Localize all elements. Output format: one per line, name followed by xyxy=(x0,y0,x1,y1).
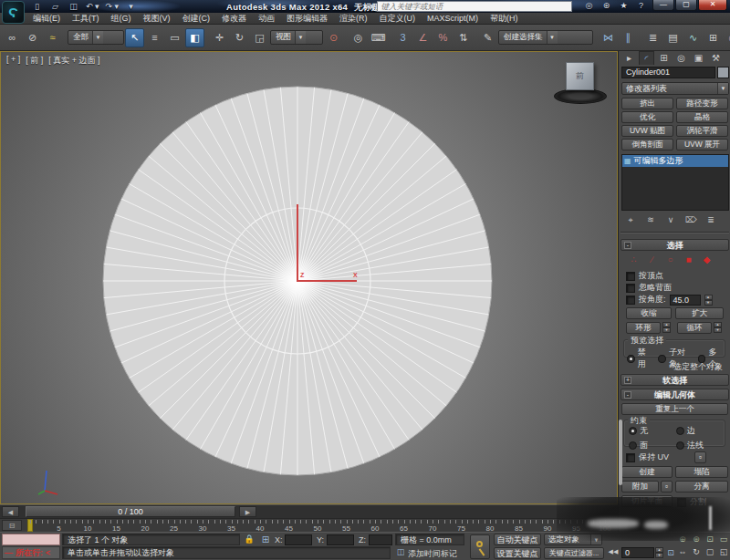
go-to-start-button[interactable]: ◀◀ xyxy=(607,548,620,555)
subscription-center-icon[interactable]: ⊛ xyxy=(601,1,611,10)
constraint-option-2[interactable]: 面 xyxy=(629,440,674,451)
select-object-button[interactable]: ↖ xyxy=(125,28,144,47)
preview-selection-radio-0[interactable] xyxy=(627,355,635,363)
menu-item-4[interactable]: 创建(C) xyxy=(182,13,211,25)
grow-button[interactable]: 扩大 xyxy=(675,307,724,319)
search-expand-icon[interactable]: ▶ xyxy=(370,3,375,10)
maximize-viewport-toggle[interactable]: ◱ xyxy=(717,546,730,558)
zoom-region-button[interactable]: ▭ xyxy=(717,534,730,545)
tab-modify[interactable]: ◜ xyxy=(639,51,654,65)
open-file-button[interactable]: ▱ xyxy=(49,1,61,12)
viewport-menu-shading[interactable]: [ 真实 + 边面 ] xyxy=(48,55,99,67)
slice-plane-button[interactable]: 切片平面 xyxy=(621,495,673,507)
set-key-button[interactable]: 设置关键点 xyxy=(494,547,541,559)
repeat-last-button[interactable]: 重复上一个 xyxy=(621,403,728,415)
tab-hierarchy[interactable]: ⊞ xyxy=(656,51,672,65)
selection-lock-toggle[interactable]: 🔒 xyxy=(243,534,256,544)
material-editor-button[interactable]: ◉ xyxy=(724,28,730,47)
graphite-ribbon-toggle[interactable]: ▤ xyxy=(663,28,683,47)
menu-item-11[interactable]: 帮助(H) xyxy=(490,13,518,25)
toggle-set-key-mode-button[interactable] xyxy=(470,534,490,559)
window-crossing-toggle[interactable]: ◧ xyxy=(185,28,204,47)
panel-scrollbar-thumb[interactable] xyxy=(619,420,622,485)
select-by-name-button[interactable]: ≡ xyxy=(145,28,164,47)
preserve-uv-checkbox[interactable] xyxy=(626,453,635,462)
edit-named-selection-sets-button[interactable]: ✎ xyxy=(478,28,497,47)
reference-coordinate-dropdown[interactable]: 视图▼ xyxy=(270,30,323,45)
rollout-edit-geometry-header[interactable]: - 编辑几何体 xyxy=(620,389,729,400)
detach-button[interactable]: 分离 xyxy=(675,481,728,493)
curve-editor-button[interactable]: ∿ xyxy=(683,28,703,47)
constraint-option-3[interactable]: 法线 xyxy=(676,440,722,451)
preview-selection-option-0[interactable]: 禁用 xyxy=(627,347,653,370)
modifier-button-7[interactable]: UVW 展开 xyxy=(676,139,728,150)
loop-button[interactable]: 循环 xyxy=(677,322,712,334)
previous-frame-button[interactable]: ◀ xyxy=(2,506,19,517)
polygon-subobject-button[interactable]: ■ xyxy=(682,254,695,266)
menu-item-1[interactable]: 工具(T) xyxy=(72,13,99,25)
vertex-subobject-button[interactable]: ∴ xyxy=(627,254,641,266)
keyboard-override-toggle[interactable]: ⌨ xyxy=(369,28,388,47)
search-input[interactable] xyxy=(378,2,571,11)
tab-motion[interactable]: ◎ xyxy=(673,51,689,65)
constraint-radio-3[interactable] xyxy=(676,441,684,450)
border-subobject-button[interactable]: ○ xyxy=(663,254,677,266)
object-name-field[interactable]: Cylinder001 xyxy=(621,67,715,78)
field-of-view-button[interactable]: ▢ xyxy=(704,546,716,558)
shrink-button[interactable]: 收缩 xyxy=(626,307,672,319)
macro-recorder-pane[interactable] xyxy=(2,534,60,545)
viewport-menu-plus[interactable]: [ + ] xyxy=(6,55,20,67)
select-and-move-button[interactable]: ✛ xyxy=(210,28,229,47)
mini-curve-editor-button[interactable]: ⊟ xyxy=(2,520,22,531)
modifier-button-1[interactable]: 路径变形 xyxy=(676,98,728,109)
add-time-tag-button[interactable]: 添加时间标记 xyxy=(408,548,457,560)
viewport-front[interactable]: [ + ] [ 前 ] [ 真实 + 边面 ] Z X 前 xyxy=(0,51,618,504)
track-bar[interactable]: ⊟ 51015202530354045505560657075808590951… xyxy=(0,518,618,532)
search-icon[interactable]: ◎ xyxy=(584,1,594,10)
modifier-button-3[interactable]: 晶格 xyxy=(676,111,728,123)
select-and-scale-button[interactable]: ◲ xyxy=(250,28,269,47)
spinner-snap-toggle[interactable]: ⇅ xyxy=(454,28,473,47)
collapse-button[interactable]: 塌陷 xyxy=(675,466,728,478)
constraint-option-1[interactable]: 边 xyxy=(676,425,722,437)
minimize-button[interactable]: — xyxy=(652,0,674,11)
create-button[interactable]: 创建 xyxy=(621,466,673,478)
menu-item-10[interactable]: MAXScript(M) xyxy=(427,14,478,23)
help-icon[interactable]: ? xyxy=(636,1,646,10)
attach-list-button[interactable]: ▫ xyxy=(661,481,673,493)
app-logo-icon[interactable]: Ϛ xyxy=(2,1,25,24)
zoom-all-button[interactable]: ⊛ xyxy=(690,534,703,545)
modifier-button-6[interactable]: 倒角剖面 xyxy=(621,139,673,150)
frame-spinner[interactable]: ▲▼ xyxy=(655,547,663,558)
menu-item-6[interactable]: 动画 xyxy=(258,13,275,25)
select-and-link-button[interactable]: ∞ xyxy=(3,28,22,47)
undo-button[interactable]: ↶ ▾ xyxy=(86,1,99,12)
unlink-selection-button[interactable]: ⊘ xyxy=(23,28,42,47)
time-configuration-button[interactable]: ⊡ xyxy=(665,548,676,557)
close-button[interactable]: ✕ xyxy=(698,0,727,11)
z-coordinate-field[interactable] xyxy=(369,534,392,545)
expand-icon[interactable]: + xyxy=(624,377,631,384)
maxscript-listener-pane[interactable]: — 所在行: < xyxy=(2,546,60,559)
preview-selection-radio-1[interactable] xyxy=(658,355,666,363)
redo-button[interactable]: ↷ ▾ xyxy=(106,1,120,12)
modifier-stack-list[interactable]: ▦可编辑多边形 xyxy=(621,154,729,211)
collapse-icon[interactable]: - xyxy=(624,242,631,249)
tab-utilities[interactable]: ⚒ xyxy=(708,51,724,65)
auto-key-button[interactable]: 自动关键点 xyxy=(494,534,541,545)
y-coordinate-field[interactable] xyxy=(327,534,354,545)
menu-item-7[interactable]: 图形编辑器 xyxy=(287,13,328,25)
configure-modifier-sets-button[interactable]: ≣ xyxy=(704,214,718,226)
selection-filter-dropdown[interactable]: 全部▼ xyxy=(68,30,124,45)
next-frame-button[interactable]: ▶ xyxy=(239,506,256,517)
ring-spinner[interactable]: ▲▼ xyxy=(662,322,671,333)
remove-modifier-button[interactable]: ⌦ xyxy=(683,214,698,226)
edge-subobject-button[interactable]: ∕ xyxy=(645,254,659,266)
ring-button[interactable]: 环形 xyxy=(626,322,661,334)
modifier-button-5[interactable]: 涡轮平滑 xyxy=(676,125,728,137)
transform-typein-toggle[interactable]: ⊞ xyxy=(259,534,272,544)
use-pivot-point-center-button[interactable]: ⊙ xyxy=(324,28,343,47)
modifier-button-4[interactable]: UVW 贴图 xyxy=(621,125,673,137)
orbit-button[interactable]: ↻ xyxy=(690,546,703,558)
favorites-star-icon[interactable]: ★ xyxy=(619,1,629,10)
